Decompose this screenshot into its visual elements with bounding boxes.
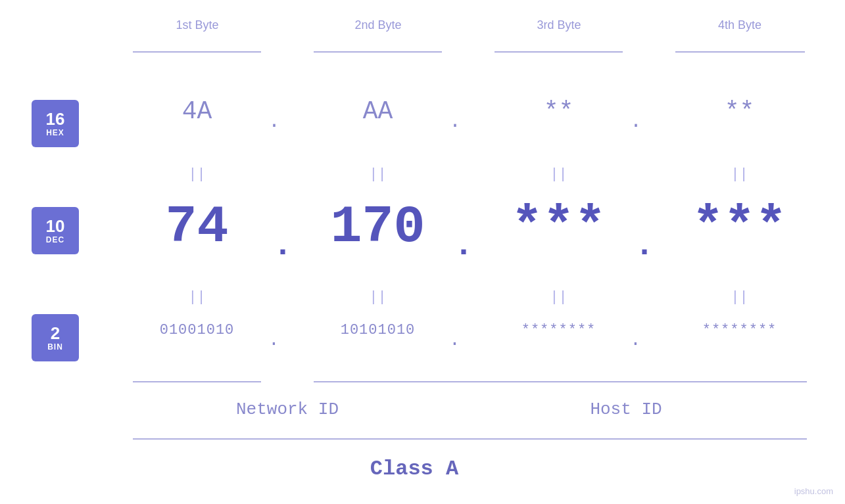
hex-badge-num: 16 [46, 110, 65, 129]
dot-bin-23: . [449, 330, 460, 350]
dot-hex-34: . [630, 110, 642, 133]
top-bracket-1 [133, 51, 261, 53]
bin-badge-num: 2 [51, 324, 60, 343]
byte1-header: 1st Byte [132, 18, 263, 32]
bot-bracket-2 [314, 381, 807, 382]
full-bot-bracket [133, 438, 807, 440]
equals-db-1: || [133, 289, 261, 306]
dot-dec-23: . [454, 227, 473, 264]
dec-val-2: 170 [314, 197, 442, 257]
hex-val-4: ** [675, 97, 804, 126]
byte4-header: 4th Byte [674, 18, 806, 32]
watermark: ipshu.com [794, 486, 833, 496]
bin-badge-label: BIN [47, 342, 63, 352]
dec-val-3: *** [495, 197, 623, 257]
hex-badge: 16 HEX [32, 100, 79, 147]
bot-bracket-1 [133, 381, 261, 382]
dec-val-1: 74 [133, 197, 261, 257]
equals-db-2: || [314, 289, 442, 306]
hex-val-2: AA [314, 97, 442, 126]
byte2-header: 2nd Byte [312, 18, 444, 32]
dec-badge-label: DEC [46, 235, 64, 244]
bin-val-3: ******** [495, 322, 623, 338]
hex-val-3: ** [495, 97, 623, 126]
main-container: 16 HEX 10 DEC 2 BIN 1st Byte 2nd Byte 3r… [0, 0, 845, 504]
dot-hex-12: . [268, 110, 280, 133]
equals-hd-3: || [495, 166, 623, 183]
byte3-header: 3rd Byte [493, 18, 625, 32]
equals-db-4: || [675, 289, 804, 306]
bin-val-4: ******** [675, 322, 804, 338]
host-id-label: Host ID [445, 400, 807, 419]
equals-hd-2: || [314, 166, 442, 183]
dot-dec-12: . [273, 227, 293, 264]
dot-dec-34: . [635, 227, 654, 264]
hex-val-1: 4A [133, 97, 261, 126]
dot-bin-34: . [630, 330, 641, 350]
class-a-label: Class A [0, 457, 829, 481]
bin-val-2: 10101010 [314, 322, 442, 338]
bin-badge: 2 BIN [32, 314, 79, 361]
dec-badge-num: 10 [46, 217, 65, 236]
top-bracket-3 [495, 51, 623, 53]
dot-bin-12: . [268, 330, 279, 350]
dot-hex-23: . [449, 110, 461, 133]
dec-badge: 10 DEC [32, 207, 79, 254]
equals-hd-1: || [133, 166, 261, 183]
network-id-label: Network ID [133, 400, 442, 419]
top-bracket-2 [314, 51, 442, 53]
equals-hd-4: || [675, 166, 804, 183]
equals-db-3: || [495, 289, 623, 306]
dec-val-4: *** [675, 197, 804, 257]
hex-badge-label: HEX [46, 128, 64, 137]
bin-val-1: 01001010 [133, 322, 261, 338]
top-bracket-4 [675, 51, 805, 53]
